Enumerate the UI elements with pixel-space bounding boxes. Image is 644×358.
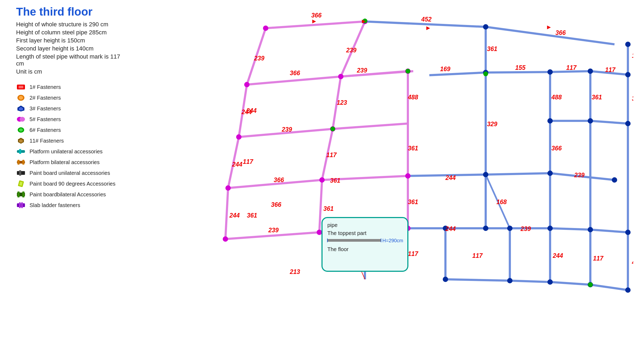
legend-icon-pbu (16, 169, 26, 177)
legend-item-2f: 2# Fasteners (16, 94, 129, 102)
svg-point-90 (338, 74, 343, 79)
svg-line-43 (486, 173, 550, 175)
svg-point-106 (625, 72, 631, 77)
scaffold-diagram: 366 452 366 239 244 244 244 366 239 169 … (123, 3, 633, 341)
svg-text:244: 244 (232, 161, 243, 168)
legend-label-11f: 11# Fasteners (30, 138, 64, 144)
svg-point-92 (236, 134, 241, 140)
svg-text:239: 239 (281, 126, 292, 133)
legend-icon-1f (16, 83, 26, 91)
svg-point-110 (483, 172, 488, 177)
svg-text:366: 366 (311, 12, 322, 19)
svg-point-112 (612, 177, 617, 183)
info-line-5: Length of steel pipe without mark is 117… (16, 53, 129, 67)
svg-text:366: 366 (551, 145, 562, 152)
svg-text:244: 244 (552, 252, 563, 259)
svg-rect-24 (17, 203, 25, 207)
legend-icon-6f (16, 126, 26, 134)
svg-line-30 (247, 77, 341, 85)
svg-line-39 (590, 121, 628, 124)
legend-icon-11f (16, 137, 26, 144)
svg-point-121 (547, 279, 553, 285)
svg-point-108 (588, 118, 593, 124)
svg-text:239: 239 (268, 227, 279, 234)
legend-label-pb: Platform bilateral accessories (30, 159, 100, 165)
svg-text:361: 361 (323, 205, 334, 212)
svg-text:117: 117 (243, 158, 254, 165)
svg-line-51 (550, 228, 590, 230)
svg-point-95 (319, 177, 325, 183)
svg-text:244: 244 (246, 107, 257, 114)
svg-text:366: 366 (274, 176, 284, 183)
legend-icon-sl (16, 201, 26, 209)
svg-point-3 (19, 96, 23, 100)
svg-rect-15 (17, 160, 20, 165)
svg-text:361: 361 (592, 94, 602, 101)
svg-text:155: 155 (515, 64, 526, 71)
svg-point-89 (244, 82, 250, 87)
svg-text:361: 361 (487, 45, 497, 52)
legend-item-5f: 5# Fasteners (16, 115, 129, 123)
svg-line-84 (341, 71, 408, 77)
svg-point-115 (547, 226, 553, 231)
svg-line-55 (550, 282, 590, 285)
info-panel: The third floor Height of whole structur… (16, 5, 129, 212)
legend-item-11f: 11# Fasteners (16, 137, 129, 144)
svg-point-111 (547, 171, 553, 176)
svg-line-52 (590, 230, 628, 232)
legend-icon-pb (16, 158, 26, 166)
legend-icon-pbb (16, 191, 26, 198)
svg-line-29 (486, 27, 614, 44)
svg-text:329: 329 (487, 121, 497, 128)
svg-line-56 (590, 285, 628, 290)
legend-item-p90: Paint board 90 degrees Accessories (16, 180, 129, 187)
svg-point-103 (547, 69, 553, 75)
svg-text:123: 123 (337, 99, 347, 106)
svg-text:366: 366 (290, 70, 300, 77)
svg-line-34 (550, 71, 590, 72)
svg-point-107 (547, 118, 553, 124)
legend: 1# Fasteners 2# Fasteners 3# Fasteners 5… (16, 83, 129, 209)
legend-label-6f: 6# Fasteners (30, 127, 61, 133)
svg-rect-13 (19, 149, 21, 154)
svg-point-113 (483, 226, 488, 231)
legend-item-sl: Slab ladder fasteners (16, 201, 129, 209)
svg-marker-129 (313, 20, 315, 23)
legend-item-pbu: Paint board unilateral accessories (16, 169, 129, 177)
info-line-2: Height of column steel pipe 285cm (16, 29, 129, 36)
legend-icon-p90 (16, 180, 26, 187)
svg-text:The floor: The floor (327, 246, 349, 252)
svg-line-60 (225, 188, 228, 239)
svg-text:The toppest part: The toppest part (327, 230, 367, 236)
page-title: The third floor (16, 5, 129, 18)
legend-item-pb: Platform bilateral accessories (16, 158, 129, 166)
legend-label-p90: Paint board 90 degrees Accessories (30, 180, 115, 187)
svg-text:452: 452 (421, 16, 432, 23)
svg-point-101 (483, 24, 488, 30)
info-line-6: Unit is cm (16, 68, 129, 75)
svg-text:366: 366 (271, 201, 281, 208)
svg-text:366: 366 (555, 29, 566, 36)
svg-text:239: 239 (520, 225, 531, 232)
info-line-4: Second layer height is 140cm (16, 45, 129, 52)
svg-point-96 (405, 173, 411, 179)
svg-point-127 (483, 71, 488, 76)
svg-point-125 (405, 69, 410, 74)
svg-text:239: 239 (574, 172, 585, 179)
svg-text:244: 244 (445, 174, 456, 181)
svg-point-120 (507, 278, 513, 283)
svg-point-116 (588, 227, 593, 232)
svg-text:239: 239 (346, 47, 357, 54)
svg-line-37 (333, 124, 408, 129)
svg-rect-18 (19, 170, 21, 176)
svg-text:169: 169 (440, 66, 451, 73)
svg-rect-26 (21, 202, 23, 208)
svg-text:239: 239 (254, 55, 265, 62)
svg-text:213: 213 (290, 268, 300, 275)
legend-label-5f: 5# Fasteners (30, 116, 61, 122)
svg-text:117: 117 (408, 250, 419, 257)
svg-point-123 (625, 287, 631, 293)
svg-text:117: 117 (326, 151, 337, 158)
svg-text:244: 244 (445, 225, 456, 232)
svg-text:361: 361 (247, 212, 257, 219)
